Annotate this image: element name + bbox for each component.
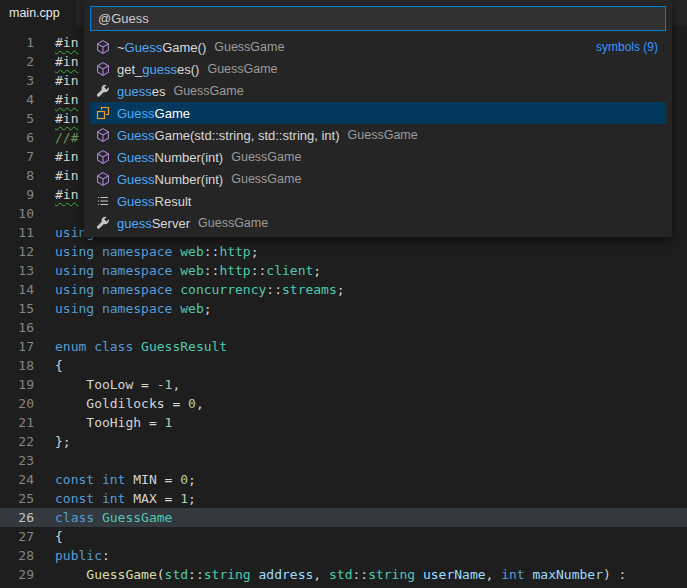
line-number: 1 [0, 33, 34, 52]
line-number: 22 [0, 432, 34, 451]
symbol-label: GuessGame(std::string, std::string, int) [117, 128, 340, 143]
code-token: std [329, 567, 352, 582]
symbol-method-icon [95, 61, 111, 77]
code-token: client [266, 263, 313, 278]
code-token: class [55, 510, 102, 525]
code-line[interactable]: 12using namespace web::http; [0, 242, 687, 261]
quickpick-item[interactable]: guessServerGuessGame [90, 212, 666, 234]
code-token: concurrency [180, 282, 266, 297]
quickpick-item[interactable]: GuessGame(std::string, std::string, int)… [90, 124, 666, 146]
code-token: using namespace [55, 263, 180, 278]
line-number: 19 [0, 375, 34, 394]
line-number: 18 [0, 356, 34, 375]
quickpick-item[interactable]: GuessGame [90, 102, 666, 124]
symbol-label-match: guess [142, 62, 177, 77]
code-line[interactable]: 18{ [0, 356, 687, 375]
code-line[interactable]: 14using namespace concurrency::streams; [0, 280, 687, 299]
symbol-description: GuessGame [231, 150, 301, 164]
code-line[interactable]: 20 Goldilocks = 0, [0, 394, 687, 413]
line-number: 9 [0, 185, 34, 204]
symbol-description: GuessGame [198, 216, 268, 230]
code-token: std [165, 567, 188, 582]
code-line[interactable]: 17enum class GuessResult [0, 337, 687, 356]
line-number: 21 [0, 413, 34, 432]
code-token: GuessResult [141, 339, 227, 354]
code-line[interactable]: 27{ [0, 527, 687, 546]
code-line[interactable]: 29 GuessGame(std::string address, std::s… [0, 565, 687, 584]
symbol-label: GuessGame [117, 106, 190, 121]
code-line[interactable]: 25const int MAX = 1; [0, 489, 687, 508]
line-number: 23 [0, 451, 34, 470]
code-token: using namespace [55, 282, 180, 297]
quickpick-item[interactable]: GuessResult [90, 190, 666, 212]
code-token: , [486, 567, 502, 582]
line-number: 4 [0, 90, 34, 109]
code-line[interactable]: 28public: [0, 546, 687, 565]
code-token: #in [55, 111, 78, 126]
line-number: 26 [0, 508, 34, 527]
code-token: { [55, 358, 63, 373]
code-token: streams [282, 282, 337, 297]
code-token: web [180, 263, 203, 278]
quickpick-input[interactable] [90, 6, 666, 31]
symbol-label-post: Game(std::string, std::string, int) [155, 128, 340, 143]
code-token: :: [251, 263, 267, 278]
line-number: 7 [0, 147, 34, 166]
code-token: int [501, 567, 532, 582]
line-number: 17 [0, 337, 34, 356]
symbol-label-post: es() [177, 62, 199, 77]
code-token [415, 567, 423, 582]
quickpick-item[interactable]: ~GuessGame()GuessGamesymbols (9) [90, 36, 666, 58]
symbol-label: guessServer [117, 216, 190, 231]
code-token: #in [55, 168, 78, 183]
code-token: { [55, 529, 63, 544]
code-token: const int [55, 472, 133, 487]
code-token: const int [55, 491, 133, 506]
code-token: ; [204, 301, 212, 316]
code-token: 1 [180, 491, 188, 506]
symbol-label-post: Server [152, 216, 190, 231]
line-number: 24 [0, 470, 34, 489]
symbol-description: GuessGame [214, 40, 284, 54]
symbol-label-post: es [152, 84, 166, 99]
line-number: 14 [0, 280, 34, 299]
code-token: 0 [188, 396, 196, 411]
quickpick-item[interactable]: get_guesses()GuessGame [90, 58, 666, 80]
code-token: MAX = [133, 491, 180, 506]
line-number: 25 [0, 489, 34, 508]
code-token: http [219, 263, 250, 278]
symbol-enum-icon [95, 193, 111, 209]
code-line[interactable]: 22}; [0, 432, 687, 451]
code-line[interactable]: 16 [0, 318, 687, 337]
code-line[interactable]: 15using namespace web; [0, 299, 687, 318]
symbol-method-icon [95, 39, 111, 55]
quickpick-item[interactable]: GuessNumber(int)GuessGame [90, 146, 666, 168]
tab-main-cpp[interactable]: main.cpp [0, 0, 76, 26]
code-token: :: [352, 567, 368, 582]
code-token: , [313, 567, 329, 582]
symbol-label-post: Result [155, 194, 192, 209]
code-token: web [180, 301, 203, 316]
symbol-label: GuessNumber(int) [117, 172, 223, 187]
code-line[interactable]: 23 [0, 451, 687, 470]
symbol-description: GuessGame [231, 172, 301, 186]
symbol-label-post: Number(int) [155, 150, 224, 165]
code-line[interactable]: 13using namespace web::http::client; [0, 261, 687, 280]
code-token: public [55, 548, 102, 563]
code-line[interactable]: 19 TooLow = -1, [0, 375, 687, 394]
symbol-class-icon [95, 105, 111, 121]
code-line[interactable]: 24const int MIN = 0; [0, 470, 687, 489]
code-token: http [219, 244, 250, 259]
code-token: Goldilocks = [55, 396, 188, 411]
code-token: using namespace [55, 244, 180, 259]
code-token: , [196, 396, 204, 411]
code-line[interactable]: 26class GuessGame [0, 508, 687, 527]
symbol-label: ~GuessGame() [117, 40, 206, 55]
code-token: #in [55, 54, 78, 69]
quickpick-item[interactable]: guessesGuessGame [90, 80, 666, 102]
code-token: //# [55, 130, 78, 145]
quickpick-item[interactable]: GuessNumber(int)GuessGame [90, 168, 666, 190]
line-number: 2 [0, 52, 34, 71]
code-token: using namespace [55, 301, 180, 316]
code-line[interactable]: 21 TooHigh = 1 [0, 413, 687, 432]
